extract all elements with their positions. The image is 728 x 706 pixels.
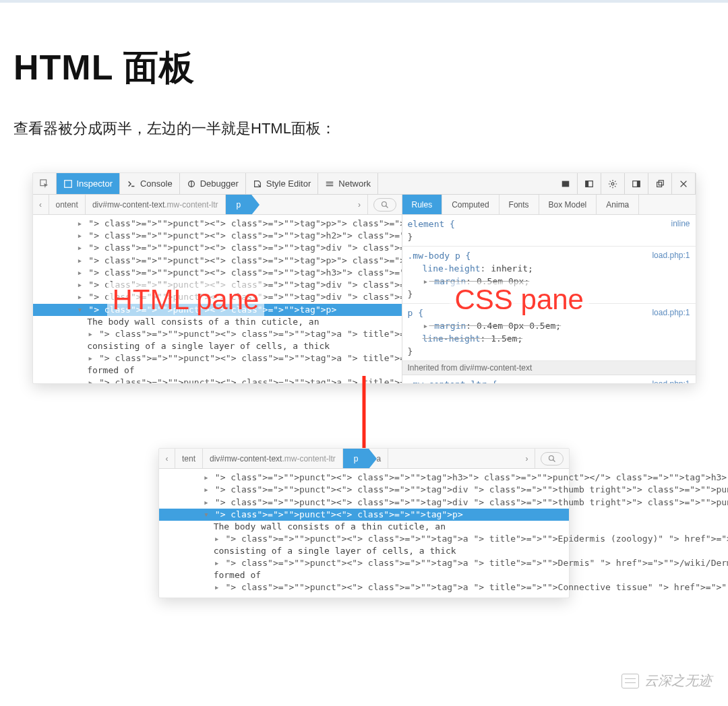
crumb-forward-button[interactable]: › [352, 195, 368, 214]
expand-shorthand-icon[interactable]: ▸ [423, 275, 429, 288]
crumb-search-button[interactable] [541, 452, 564, 466]
gear-icon [608, 179, 617, 189]
element-picker-icon [40, 179, 49, 189]
svg-line-17 [553, 459, 555, 461]
svg-point-7 [611, 183, 614, 185]
dom-text[interactable]: formed of [33, 364, 402, 377]
svg-rect-11 [659, 180, 663, 185]
css-source-link[interactable]: load.php:1 [652, 249, 690, 262]
dom-node[interactable]: ▸ "> class">=">"">punct"><"> class">=">"… [33, 242, 402, 255]
crumb-back-button[interactable]: ‹ [159, 449, 175, 468]
dom-node[interactable]: ▸ "> class">=">"">punct"><"> class">=">"… [33, 255, 402, 267]
crumb-p[interactable]: p [226, 195, 253, 214]
dom-node[interactable]: ▸ "> class">=">"">punct"><"> class">=">"… [159, 484, 569, 496]
dom-text[interactable]: consisting of a single layer of cells, a… [159, 545, 569, 557]
dom-text[interactable]: consisting of a single layer of cells, a… [33, 340, 402, 352]
crumb-div-mw-content-text[interactable]: div#mw-content-text.mw-content-ltr [203, 449, 343, 468]
dom-node[interactable]: ▸ "> class">=">"">punct"><"> class">=">"… [33, 291, 402, 304]
dom-node[interactable]: ▸ "> class">=">"">punct"><"> class">=">"… [33, 218, 402, 230]
svg-rect-6 [585, 181, 588, 187]
panel-mode-a-button[interactable] [554, 173, 578, 194]
svg-rect-9 [636, 181, 639, 187]
css-rule-block[interactable]: p {▸ margin: 0.4em 0px 0.5em;line-height… [402, 304, 696, 361]
network-icon [325, 179, 334, 189]
dom-node[interactable]: ▾ "> class">=">"">punct"><"> class">=">"… [33, 304, 402, 316]
breadcrumb-bar-top: ‹ ontentdiv#mw-content-text.mw-content-l… [33, 195, 402, 215]
dom-node[interactable]: ▸ "> class">=">"">punct"><"> class">=">"… [159, 581, 569, 593]
devtools-toolbar: InspectorConsoleDebuggerStyle EditorNetw… [33, 173, 696, 195]
css-pane: RulesComputedFontsBox ModelAnima element… [402, 195, 696, 383]
inherited-from-header: Inherited from div#mw-content-text [402, 361, 696, 375]
tab-inspector[interactable]: Inspector [57, 173, 120, 194]
dom-node[interactable]: ▸ "> class">=">"">punct"><"> class">=">"… [33, 279, 402, 292]
tab-debugger[interactable]: Debugger [180, 173, 246, 194]
expand-shorthand-icon[interactable]: ▸ [423, 319, 429, 332]
svg-line-13 [386, 205, 388, 207]
close-icon [679, 179, 688, 189]
dom-text[interactable]: formed of [159, 569, 569, 581]
rules-tab-box-model[interactable]: Box Model [539, 195, 597, 214]
dom-node[interactable]: ▸ "> class">=">"">punct"><"> class">=">"… [33, 352, 402, 364]
rules-tab-computed[interactable]: Computed [442, 195, 499, 214]
dom-node[interactable]: ▾ "> class">=">"">punct"><"> class">=">"… [159, 509, 569, 521]
crumb-p[interactable]: p [343, 449, 370, 468]
css-rule-block[interactable]: element {}inline [402, 215, 696, 247]
svg-rect-4 [562, 181, 569, 187]
style-icon [253, 179, 262, 189]
panel-mode-b-button[interactable] [578, 173, 601, 194]
crumb-ontent[interactable]: ontent [49, 195, 86, 214]
rules-tab-anima[interactable]: Anima [597, 195, 639, 214]
dom-node[interactable]: ▸ "> class">=">"">punct"><"> class">=">"… [159, 533, 569, 545]
search-icon [548, 455, 556, 463]
dom-node[interactable]: ▸ "> class">=">"">punct"><"> class">=">"… [33, 377, 402, 384]
css-source-link[interactable]: load.php:1 [652, 307, 690, 319]
dom-node[interactable]: ▸ "> class">=">"">punct"><"> class">=">"… [33, 230, 402, 242]
css-rule-block[interactable]: .mw-content-ltr {direction: ltr;}load.ph… [402, 375, 696, 383]
crumb-tent[interactable]: tent [175, 449, 203, 468]
css-source-link[interactable]: load.php:1 [652, 378, 690, 383]
inspector-icon [63, 179, 73, 189]
tab-style-editor[interactable]: Style Editor [246, 173, 318, 194]
dom-node[interactable]: ▸ "> class">=">"">punct"><"> class">=">"… [159, 496, 569, 509]
dom-node[interactable]: ▸ "> class">=">"">punct"><"> class">=">"… [33, 328, 402, 340]
dom-node[interactable]: ▸ "> class">=">"">punct"><"> class">=">"… [33, 267, 402, 279]
css-source-link[interactable]: inline [671, 218, 690, 230]
crumb-search-button[interactable] [373, 198, 396, 212]
svg-rect-10 [657, 182, 661, 187]
crumb-div-mw-content-text[interactable]: div#mw-content-text.mw-content-ltr [86, 195, 226, 214]
rules-tab-rules[interactable]: Rules [402, 195, 443, 214]
rules-tab-fonts[interactable]: Fonts [499, 195, 539, 214]
svg-point-12 [382, 201, 386, 206]
dom-tree-top[interactable]: ▸ "> class">=">"">punct"><"> class">=">"… [33, 215, 402, 383]
panel-mode-b-icon [584, 179, 594, 189]
search-icon [381, 201, 389, 209]
element-picker-button[interactable] [33, 173, 57, 194]
dom-text[interactable]: The body wall consists of a thin cuticle… [159, 521, 569, 533]
console-icon [127, 179, 136, 189]
popout-icon [655, 179, 665, 189]
crumb-back-button[interactable]: ‹ [33, 195, 49, 214]
debugger-icon [187, 179, 196, 189]
popout-button[interactable] [648, 173, 672, 194]
close-button[interactable] [672, 173, 696, 194]
dock-side-button[interactable] [625, 173, 648, 194]
rules-tabs: RulesComputedFontsBox ModelAnima [402, 195, 696, 215]
crumb-forward-button[interactable]: › [519, 449, 535, 468]
dom-node[interactable]: ▸ "> class">=">"">punct"><"> class">=">"… [159, 557, 569, 569]
dom-tree-bottom[interactable]: ▸ "> class">=">"">punct"><"> class">=">"… [159, 469, 569, 598]
svg-point-16 [549, 455, 554, 460]
devtools-bottom-panel: ‹ tentdiv#mw-content-text.mw-content-ltr… [158, 448, 570, 598]
css-rules-list[interactable]: element {}inline.mw-body p {line-height:… [402, 215, 696, 383]
dock-side-icon [632, 179, 641, 189]
svg-rect-1 [64, 180, 71, 187]
tab-network[interactable]: Network [318, 173, 378, 194]
css-rule-block[interactable]: .mw-body p {line-height: inherit;▸ margi… [402, 247, 696, 304]
breadcrumb-bar-bottom: ‹ tentdiv#mw-content-text.mw-content-ltr… [159, 449, 569, 469]
page-title: HTML 面板 [13, 44, 715, 92]
dom-text[interactable]: The body wall consists of a thin cuticle… [33, 316, 402, 328]
gear-button[interactable] [601, 173, 625, 194]
panel-mode-a-icon [561, 179, 570, 189]
dom-node[interactable]: ▸ "> class">=">"">punct"><"> class">=">"… [159, 472, 569, 484]
tab-console[interactable]: Console [120, 173, 180, 194]
intro-text: 查看器被分成两半，左边的一半就是HTML面板： [13, 119, 715, 139]
